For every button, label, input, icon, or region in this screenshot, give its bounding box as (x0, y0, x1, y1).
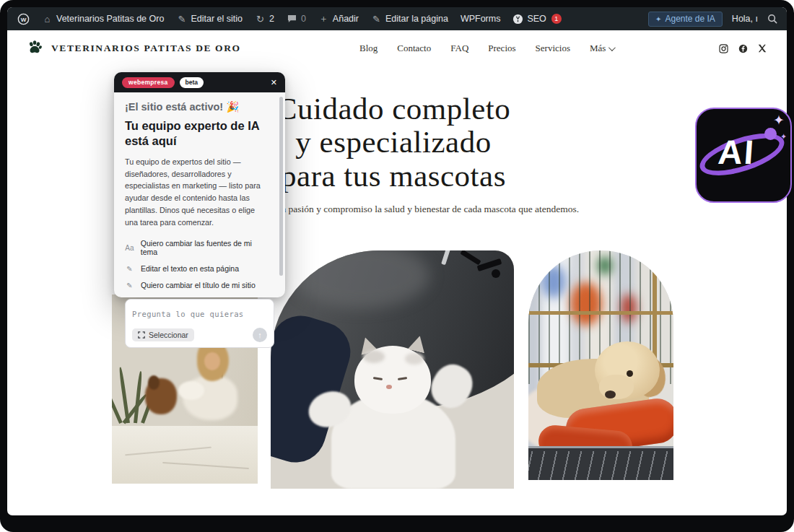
brand-badge: webempresa (122, 77, 175, 88)
nav-item-contacto[interactable]: Contacto (397, 43, 431, 54)
photo-shape (204, 352, 220, 370)
ai-logo-text: AI (717, 132, 756, 172)
pencil-icon: ✎ (176, 14, 187, 25)
admin-bar-edit-page[interactable]: ✎ Editar la página (371, 14, 448, 25)
popup-header: webempresa beta ✕ (114, 72, 285, 92)
photo-shape (605, 391, 616, 398)
wp-admin-bar: W ⌂ Veterinarios Patitas de Oro ✎ Editar… (7, 7, 787, 30)
orbit-dot-icon (764, 128, 777, 140)
svg-text:W: W (21, 16, 27, 22)
paw-icon (27, 40, 43, 57)
popup-scrollbar[interactable] (279, 97, 283, 276)
wordpress-logo-icon[interactable]: W (17, 13, 30, 25)
nav-item-precios[interactable]: Precios (488, 43, 515, 54)
popup-status-line: ¡El sitio está activo! 🎉 (125, 101, 269, 113)
sparkle-icon: ✦ (655, 15, 661, 23)
social-links (719, 44, 767, 53)
instagram-icon[interactable] (719, 44, 728, 53)
ai-assistant-popup: webempresa beta ✕ ¡El sitio está activo!… (114, 72, 285, 297)
main-nav: Blog Contacto FAQ Precios Servicios Más (359, 43, 614, 54)
action-change-site-title[interactable]: ✎ Quiero cambiar el título de mi sitio (125, 281, 269, 289)
seo-notification-badge: 1 (551, 14, 562, 24)
beta-badge: beta (180, 77, 204, 88)
site-header: VETERINARIOS PATITAS DE ORO Blog Contact… (7, 30, 787, 66)
selection-corners-icon (138, 331, 145, 339)
prompt-input[interactable] (132, 310, 262, 318)
photo-shape (148, 375, 160, 390)
photo-shape (492, 269, 500, 278)
nav-item-faq[interactable]: FAQ (450, 43, 468, 54)
action-edit-text[interactable]: ✎ Editar el texto en esta página (125, 264, 269, 273)
photo-vet-with-cat (271, 250, 514, 489)
photo-puppy-in-kennel (528, 250, 673, 480)
ai-logo-card: AI ✦ ✦ (695, 108, 792, 203)
admin-bar-new[interactable]: ＋ Añadir (318, 14, 359, 25)
yoast-seo-icon (512, 14, 523, 25)
chevron-down-icon (608, 44, 616, 51)
prompt-input-card: Seleccionar ↑ (125, 299, 274, 348)
action-change-fonts[interactable]: Aa Quiero cambiar las fuentes de mi tema (125, 239, 269, 256)
device-frame: W ⌂ Veterinarios Patitas de Oro ✎ Editar… (0, 0, 794, 532)
search-icon[interactable] (767, 14, 778, 25)
home-icon: ⌂ (42, 14, 53, 25)
admin-bar-greeting[interactable]: Hola, ı (732, 14, 758, 24)
prompt-input-row: Seleccionar ↑ (132, 328, 267, 342)
admin-bar-comments[interactable]: 0 (287, 14, 306, 25)
sparkle-icon: ✦ (773, 112, 785, 128)
photo-shape (627, 370, 633, 377)
nav-item-mas[interactable]: Más (590, 43, 614, 54)
popup-body: ¡El sitio está activo! 🎉 Tu equipo exper… (114, 92, 285, 348)
updates-icon: ↻ (255, 14, 266, 25)
close-icon[interactable]: ✕ (271, 78, 277, 87)
admin-bar-edit-site[interactable]: ✎ Editar el sitio (176, 14, 243, 25)
select-element-button[interactable]: Seleccionar (132, 328, 194, 341)
nav-item-servicios[interactable]: Servicios (536, 43, 570, 54)
popup-title: Tu equipo experto de IA está aquí (125, 118, 269, 149)
site-brand[interactable]: VETERINARIOS PATITAS DE ORO (27, 40, 241, 57)
plus-icon: ＋ (318, 14, 329, 25)
photo-shape (178, 381, 204, 400)
sparkle-icon: ✦ (780, 132, 787, 141)
send-arrow-button[interactable]: ↑ (253, 328, 267, 342)
admin-bar-wpforms[interactable]: WPForms (461, 14, 501, 24)
photo-shape (405, 353, 424, 365)
facebook-icon[interactable] (738, 44, 748, 53)
popup-description: Tu equipo de expertos del sitio — diseña… (125, 156, 269, 228)
popup-actions: Aa Quiero cambiar las fuentes de mi tema… (125, 239, 269, 289)
photo-shape (528, 311, 673, 315)
photo-shape (599, 375, 634, 399)
ai-agent-button[interactable]: ✦ Agente de IA (648, 12, 723, 27)
photo-shape (386, 385, 392, 389)
pencil-icon: ✎ (125, 282, 134, 289)
x-twitter-icon[interactable] (758, 44, 767, 53)
admin-bar-updates[interactable]: ↻ 2 (255, 14, 274, 25)
comment-bubble-icon (287, 14, 297, 25)
admin-bar-seo[interactable]: SEO 1 (512, 14, 561, 25)
font-icon: Aa (125, 244, 134, 252)
site-title: VETERINARIOS PATITAS DE ORO (51, 43, 241, 54)
photo-shape (528, 446, 673, 448)
pencil-icon: ✎ (371, 14, 382, 25)
photo-shape (363, 350, 385, 363)
screenshot-stage: W ⌂ Veterinarios Patitas de Oro ✎ Editar… (0, 0, 794, 532)
pencil-icon: ✎ (125, 265, 134, 273)
photo-shape (528, 451, 673, 480)
admin-bar-right-group: ✦ Agente de IA Hola, ı (648, 12, 778, 27)
admin-bar-site-name[interactable]: ⌂ Veterinarios Patitas de Oro (42, 14, 164, 25)
nav-item-blog[interactable]: Blog (359, 43, 378, 54)
browser-viewport: W ⌂ Veterinarios Patitas de Oro ✎ Editar… (7, 7, 787, 515)
